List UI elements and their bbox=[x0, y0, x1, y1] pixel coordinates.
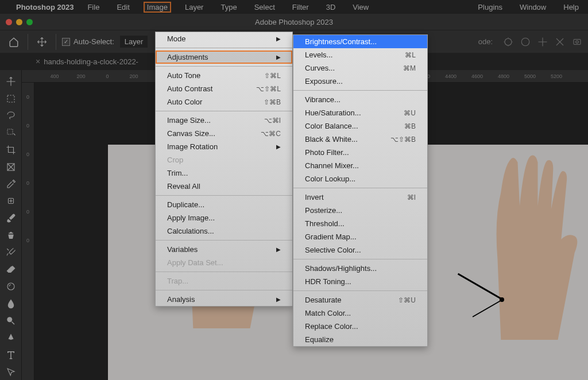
image-menu-item[interactable]: Calculations... bbox=[156, 224, 292, 238]
close-window-button[interactable] bbox=[6, 19, 12, 25]
adjustments-menu-item[interactable]: Match Color... bbox=[293, 307, 427, 320]
image-menu-item[interactable]: Reveal All bbox=[156, 180, 292, 193]
image-menu-item[interactable]: Trim... bbox=[156, 166, 292, 180]
history-brush-tool[interactable] bbox=[1, 245, 21, 261]
vertical-ruler[interactable]: 0 0 0 0 0 0 bbox=[22, 83, 34, 380]
menu-image[interactable]: Image bbox=[144, 2, 171, 13]
adjustments-menu-item[interactable]: Brightness/Contrast... bbox=[293, 35, 427, 48]
image-menu-item[interactable]: Auto Color⇧⌘B bbox=[156, 95, 292, 108]
frame-tool[interactable] bbox=[1, 159, 21, 175]
healing-brush-tool[interactable] bbox=[1, 193, 21, 209]
adjustments-menu-item[interactable]: Channel Mixer... bbox=[293, 159, 427, 172]
menu-window[interactable]: Window bbox=[516, 2, 550, 13]
crop-tool[interactable] bbox=[1, 142, 21, 158]
menu-separator bbox=[156, 66, 292, 67]
app-name[interactable]: Photoshop 2023 bbox=[16, 3, 74, 11]
menu-separator bbox=[156, 48, 292, 48]
menu-separator bbox=[293, 90, 427, 91]
adjustments-menu-item[interactable]: Color Lookup... bbox=[293, 172, 427, 185]
document-tab[interactable]: × hands-holding-a-clock-2022- bbox=[29, 57, 145, 66]
pen-tool[interactable] bbox=[1, 330, 21, 346]
maximize-window-button[interactable] bbox=[26, 19, 33, 25]
type-tool[interactable] bbox=[1, 347, 21, 363]
menu-edit[interactable]: Edit bbox=[113, 2, 133, 13]
image-menu-item[interactable]: Mode▶ bbox=[156, 32, 292, 45]
menu-item-label: Photo Filter... bbox=[305, 148, 349, 157]
menu-item-label: Duplicate... bbox=[167, 200, 204, 209]
menu-type[interactable]: Type bbox=[217, 2, 240, 13]
brush-tool[interactable] bbox=[1, 210, 21, 226]
menu-filter[interactable]: Filter bbox=[289, 2, 312, 13]
adjustments-menu-item[interactable]: Levels...⌘L bbox=[293, 48, 427, 61]
menu-item-label: Invert bbox=[305, 193, 324, 201]
transform-controls-icons[interactable] bbox=[503, 37, 582, 47]
menu-separator bbox=[156, 111, 292, 111]
menu-plugins[interactable]: Plugins bbox=[474, 2, 506, 13]
image-menu-item[interactable]: Duplicate... bbox=[156, 198, 292, 211]
move-tool-icon[interactable] bbox=[34, 34, 50, 50]
adjustments-menu-item[interactable]: Selective Color... bbox=[293, 243, 427, 257]
image-menu-item[interactable]: Auto Tone⇧⌘L bbox=[156, 69, 292, 82]
adjustments-menu-item[interactable]: Replace Color... bbox=[293, 320, 427, 333]
dodge-tool[interactable] bbox=[1, 313, 21, 329]
image-menu-item[interactable]: Image Size...⌥⌘I bbox=[156, 114, 292, 127]
menu-item-label: Hue/Saturation... bbox=[305, 108, 361, 117]
minimize-window-button[interactable] bbox=[16, 19, 22, 25]
eraser-tool[interactable] bbox=[1, 262, 21, 278]
menu-item-label: Shadows/Highlights... bbox=[305, 264, 377, 273]
path-selection-tool[interactable] bbox=[1, 364, 21, 380]
hand-image-right bbox=[456, 145, 588, 340]
adjustments-menu-item[interactable]: Shadows/Highlights... bbox=[293, 262, 427, 275]
menu-3d[interactable]: 3D bbox=[323, 2, 339, 13]
menu-item-label: Variables bbox=[167, 245, 198, 254]
adjustments-menu-item[interactable]: Curves...⌘M bbox=[293, 61, 427, 75]
marquee-tool[interactable] bbox=[1, 91, 21, 107]
menu-item-label: Threshold... bbox=[305, 219, 345, 228]
eyedropper-tool[interactable] bbox=[1, 176, 21, 192]
menu-file[interactable]: File bbox=[84, 2, 103, 13]
menu-select[interactable]: Select bbox=[251, 2, 278, 13]
menu-view[interactable]: View bbox=[349, 2, 372, 13]
home-icon[interactable] bbox=[6, 34, 22, 50]
adjustments-menu-item[interactable]: Gradient Map... bbox=[293, 230, 427, 243]
adjustments-menu-item[interactable]: Invert⌘I bbox=[293, 191, 427, 204]
menu-item-label: Color Lookup... bbox=[305, 175, 355, 183]
adjustments-menu-item[interactable]: Photo Filter... bbox=[293, 146, 427, 159]
menu-separator bbox=[156, 290, 292, 290]
adjustments-menu-item[interactable]: Posterize... bbox=[293, 204, 427, 217]
image-menu-item[interactable]: Auto Contrast⌥⇧⌘L bbox=[156, 82, 292, 95]
layer-dropdown[interactable]: Layer bbox=[120, 36, 148, 48]
adjustments-menu-item[interactable]: Exposure... bbox=[293, 75, 427, 88]
menu-item-label: Vibrance... bbox=[305, 95, 341, 104]
close-tab-icon[interactable]: × bbox=[36, 57, 40, 66]
menu-help[interactable]: Help bbox=[560, 2, 582, 13]
move-tool[interactable] bbox=[1, 73, 21, 90]
image-menu-item[interactable]: Variables▶ bbox=[156, 243, 292, 256]
adjustments-menu-item[interactable]: Black & White...⌥⇧⌘B bbox=[293, 133, 427, 146]
adjustments-menu-item[interactable]: HDR Toning... bbox=[293, 275, 427, 288]
image-menu-item[interactable]: Analysis▶ bbox=[156, 293, 292, 306]
menu-item-label: Mode bbox=[167, 34, 186, 43]
document-tab-name: hands-holding-a-clock-2022- bbox=[44, 57, 138, 66]
gradient-tool[interactable] bbox=[1, 278, 21, 294]
image-menu-item[interactable]: Apply Image... bbox=[156, 211, 292, 224]
menu-item-shortcut: ⌘I bbox=[407, 193, 416, 201]
image-menu-item[interactable]: Adjustments▶ bbox=[156, 51, 292, 64]
menu-layer[interactable]: Layer bbox=[181, 2, 207, 13]
chevron-right-icon: ▶ bbox=[276, 144, 281, 150]
menu-item-label: Trim... bbox=[167, 169, 188, 177]
image-menu-item[interactable]: Canvas Size...⌥⌘C bbox=[156, 127, 292, 140]
adjustments-menu-item[interactable]: Hue/Saturation...⌘U bbox=[293, 106, 427, 119]
quick-selection-tool[interactable] bbox=[1, 125, 21, 141]
adjustments-menu-item[interactable]: Equalize bbox=[293, 333, 427, 346]
auto-select-checkbox[interactable]: ✓ Auto-Select: bbox=[62, 37, 114, 46]
adjustments-menu-item[interactable]: Desaturate⇧⌘U bbox=[293, 293, 427, 307]
adjustments-menu-item[interactable]: Color Balance...⌘B bbox=[293, 119, 427, 133]
clone-stamp-tool[interactable] bbox=[1, 227, 21, 243]
adjustments-menu-item[interactable]: Threshold... bbox=[293, 217, 427, 230]
options-mode-label: ode: bbox=[478, 37, 497, 46]
lasso-tool[interactable] bbox=[1, 108, 21, 124]
image-menu-item[interactable]: Image Rotation▶ bbox=[156, 140, 292, 153]
adjustments-menu-item[interactable]: Vibrance... bbox=[293, 93, 427, 106]
blur-tool[interactable] bbox=[1, 296, 21, 312]
